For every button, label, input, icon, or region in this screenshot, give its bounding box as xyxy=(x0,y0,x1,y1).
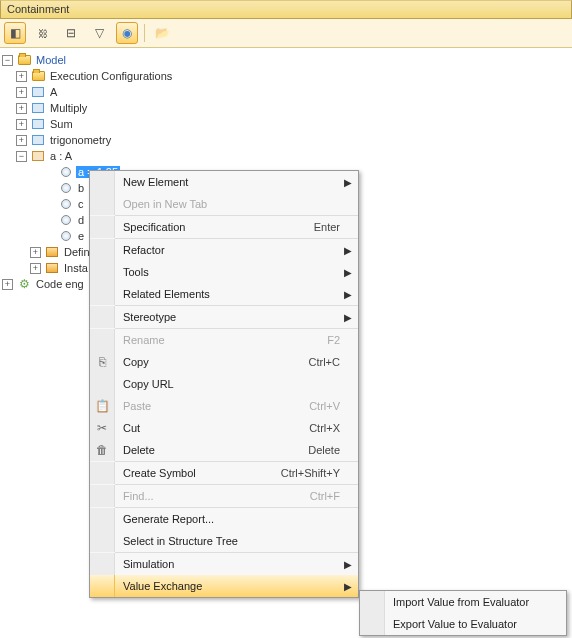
menu-tools[interactable]: Tools ▶ xyxy=(90,261,358,283)
slot-icon xyxy=(59,166,73,178)
tree-node-instance[interactable]: − a : A xyxy=(2,148,570,164)
menu-specification[interactable]: Specification Enter xyxy=(90,216,358,238)
definition-icon xyxy=(45,246,59,258)
tree-node[interactable]: + A xyxy=(2,84,570,100)
expand-icon[interactable]: + xyxy=(16,103,27,114)
blank-icon xyxy=(90,485,115,507)
tree-label: e xyxy=(76,230,86,242)
blank-icon xyxy=(90,508,115,530)
tree-node[interactable]: + trigonometry xyxy=(2,132,570,148)
tree-label: a : A xyxy=(48,150,74,162)
menu-rename: Rename F2 xyxy=(90,329,358,351)
blank-icon xyxy=(90,261,115,283)
blank-icon xyxy=(90,239,115,261)
submenu-arrow-icon: ▶ xyxy=(344,245,352,256)
blank-icon xyxy=(90,462,115,484)
tree-node[interactable]: + Multiply xyxy=(2,100,570,116)
leaf-icon xyxy=(44,199,55,210)
menu-create-symbol[interactable]: Create Symbol Ctrl+Shift+Y xyxy=(90,462,358,484)
menu-paste: 📋 Paste Ctrl+V xyxy=(90,395,358,417)
folder-open-icon: 📂 xyxy=(155,26,170,40)
submenu-arrow-icon: ▶ xyxy=(344,267,352,278)
submenu-arrow-icon: ▶ xyxy=(344,312,352,323)
menu-cut[interactable]: ✂ Cut Ctrl+X xyxy=(90,417,358,439)
toolbar-btn-4[interactable]: ▽ xyxy=(88,22,110,44)
tree-node[interactable]: + Execution Configurations xyxy=(2,68,570,84)
slot-icon xyxy=(59,198,73,210)
trash-icon: 🗑 xyxy=(90,439,115,461)
slot-icon xyxy=(59,230,73,242)
cut-icon: ✂ xyxy=(90,417,115,439)
package-icon xyxy=(31,102,45,114)
value-exchange-submenu: Import Value from Evaluator Export Value… xyxy=(359,590,567,636)
menu-select-structure[interactable]: Select in Structure Tree xyxy=(90,530,358,552)
menu-copy-url[interactable]: Copy URL xyxy=(90,373,358,395)
submenu-import-value[interactable]: Import Value from Evaluator xyxy=(360,591,566,613)
blank-icon xyxy=(90,171,115,193)
blank-icon xyxy=(90,575,115,597)
expand-icon[interactable]: + xyxy=(16,87,27,98)
expand-icon[interactable]: + xyxy=(16,71,27,82)
toolbar-btn-1[interactable]: ◧ xyxy=(4,22,26,44)
tree-label: Insta xyxy=(62,262,90,274)
expand-icon[interactable]: + xyxy=(30,263,41,274)
menu-stereotype[interactable]: Stereotype ▶ xyxy=(90,306,358,328)
blank-icon xyxy=(90,329,115,351)
menu-refactor[interactable]: Refactor ▶ xyxy=(90,239,358,261)
leaf-icon xyxy=(44,167,55,178)
blank-icon xyxy=(90,306,115,328)
filter-icon: ▽ xyxy=(95,26,104,40)
toolbar-btn-3[interactable]: ⊟ xyxy=(60,22,82,44)
menu-copy[interactable]: ⎘ Copy Ctrl+C xyxy=(90,351,358,373)
expand-icon[interactable]: + xyxy=(2,279,13,290)
folder-icon xyxy=(31,70,45,82)
blank-icon xyxy=(90,216,115,238)
instance-icon xyxy=(31,150,45,162)
tree-label: Model xyxy=(34,54,68,66)
package-icon xyxy=(31,118,45,130)
menu-related-elements[interactable]: Related Elements ▶ xyxy=(90,283,358,305)
menu-generate-report[interactable]: Generate Report... xyxy=(90,508,358,530)
blank-icon xyxy=(90,373,115,395)
leaf-icon xyxy=(44,183,55,194)
package-icon xyxy=(31,86,45,98)
toolbar-separator xyxy=(144,24,145,42)
submenu-arrow-icon: ▶ xyxy=(344,289,352,300)
model-icon xyxy=(17,54,31,66)
menu-open-new-tab: Open in New Tab xyxy=(90,193,358,215)
slot-icon xyxy=(59,214,73,226)
menu-delete[interactable]: 🗑 Delete Delete xyxy=(90,439,358,461)
menu-simulation[interactable]: Simulation ▶ xyxy=(90,553,358,575)
expand-icon[interactable]: + xyxy=(16,119,27,130)
tree-label: Execution Configurations xyxy=(48,70,174,82)
collapse-icon[interactable]: − xyxy=(16,151,27,162)
blank-icon xyxy=(90,283,115,305)
leaf-icon xyxy=(44,231,55,242)
blank-icon xyxy=(90,553,115,575)
blank-icon xyxy=(90,530,115,552)
collapse-icon[interactable]: − xyxy=(2,55,13,66)
collapse-icon: ⊟ xyxy=(66,26,76,40)
menu-new-element[interactable]: New Element ▶ xyxy=(90,171,358,193)
toolbar-btn-5[interactable]: ◉ xyxy=(116,22,138,44)
gear-icon: ⚙ xyxy=(17,278,31,290)
toolbar-btn-open[interactable]: 📂 xyxy=(151,22,173,44)
blank-icon xyxy=(360,613,385,635)
panel-title: Containment xyxy=(0,0,572,19)
toolbar-btn-2[interactable]: ⛓ xyxy=(32,22,54,44)
tree-label: b xyxy=(76,182,86,194)
submenu-arrow-icon: ▶ xyxy=(344,177,352,188)
tree-label: Multiply xyxy=(48,102,89,114)
menu-find: Find... Ctrl+F xyxy=(90,485,358,507)
submenu-export-value[interactable]: Export Value to Evaluator xyxy=(360,613,566,635)
slot-icon xyxy=(59,182,73,194)
tree-label: d xyxy=(76,214,86,226)
expand-icon[interactable]: + xyxy=(16,135,27,146)
legend-icon: ◉ xyxy=(122,26,132,40)
menu-value-exchange[interactable]: Value Exchange ▶ xyxy=(90,575,358,597)
expand-icon[interactable]: + xyxy=(30,247,41,258)
package-icon xyxy=(31,134,45,146)
toolbar: ◧ ⛓ ⊟ ▽ ◉ 📂 xyxy=(0,19,572,48)
tree-root[interactable]: − Model xyxy=(2,52,570,68)
tree-node[interactable]: + Sum xyxy=(2,116,570,132)
